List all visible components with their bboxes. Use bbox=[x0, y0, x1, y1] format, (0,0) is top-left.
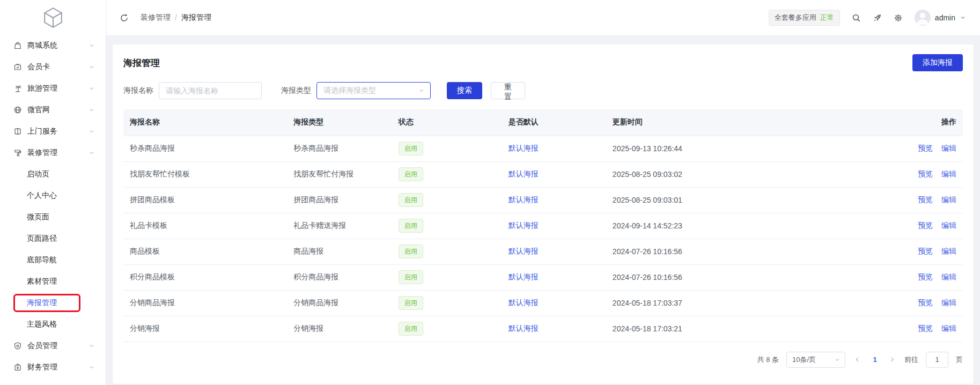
sidebar-subitem-material[interactable]: 素材管理 bbox=[0, 271, 106, 292]
status-badge: 启用 bbox=[399, 142, 423, 156]
default-poster-link[interactable]: 默认海报 bbox=[509, 195, 539, 204]
refresh-icon[interactable] bbox=[120, 13, 129, 23]
sidebar-subitem-personal-center[interactable]: 个人中心 bbox=[0, 185, 106, 206]
membership-card-icon bbox=[13, 63, 22, 71]
next-page-button[interactable] bbox=[888, 356, 897, 363]
sidebar-item-label: 会员卡 bbox=[27, 62, 89, 72]
sidebar-item-home-service[interactable]: 上门服务 bbox=[0, 121, 106, 142]
status-badge: 启用 bbox=[399, 167, 423, 181]
goto-page-input[interactable] bbox=[926, 352, 948, 368]
default-poster-link[interactable]: 默认海报 bbox=[509, 324, 539, 332]
poster-type-select[interactable]: 请选择海报类型 bbox=[316, 82, 431, 99]
goto-suffix: 页 bbox=[956, 355, 963, 365]
edit-link[interactable]: 编辑 bbox=[941, 247, 956, 255]
cell-poster-name: 分销海报 bbox=[123, 316, 287, 342]
app-logo[interactable] bbox=[0, 0, 106, 35]
cell-default: 默认海报 bbox=[502, 239, 606, 264]
cell-status: 启用 bbox=[392, 187, 502, 213]
sidebar-subitem-start-page[interactable]: 启动页 bbox=[0, 164, 106, 185]
sidebar-item-member-mgmt[interactable]: 会员管理 bbox=[0, 335, 106, 357]
sidebar-subitem-theme[interactable]: 主题风格 bbox=[0, 314, 106, 335]
edit-link[interactable]: 编辑 bbox=[941, 298, 956, 307]
sidebar-item-travel[interactable]: 旅游管理 bbox=[0, 78, 106, 99]
edit-link[interactable]: 编辑 bbox=[941, 169, 956, 178]
cell-actions: 预览编辑 bbox=[841, 239, 963, 264]
preview-link[interactable]: 预览 bbox=[918, 144, 933, 152]
sidebar-subitem-micro-page[interactable]: 微页面 bbox=[0, 206, 106, 228]
status-badge: 启用 bbox=[399, 296, 423, 310]
preview-link[interactable]: 预览 bbox=[918, 247, 933, 255]
main-area: 装修管理 / 海报管理 全套餐多应用 正常 bbox=[106, 0, 980, 385]
cell-poster-type: 礼品卡赠送海报 bbox=[287, 213, 392, 239]
sidebar-item-label: 上门服务 bbox=[27, 127, 89, 136]
default-poster-link[interactable]: 默认海报 bbox=[509, 247, 539, 255]
sidebar-subitem-bottom-nav[interactable]: 底部导航 bbox=[0, 249, 106, 271]
preview-link[interactable]: 预览 bbox=[918, 221, 933, 229]
avatar bbox=[915, 10, 931, 26]
preview-link[interactable]: 预览 bbox=[918, 324, 933, 332]
prev-page-button[interactable] bbox=[853, 356, 862, 363]
sidebar-item-decoration[interactable]: 装修管理 bbox=[0, 142, 106, 164]
rocket-icon[interactable] bbox=[873, 13, 882, 23]
col-poster-type: 海报类型 bbox=[287, 109, 392, 136]
default-poster-link[interactable]: 默认海报 bbox=[509, 169, 539, 178]
sidebar-subitem-poster[interactable]: 海报管理 bbox=[0, 292, 106, 314]
page-size-select[interactable]: 10条/页 bbox=[786, 352, 845, 368]
sidebar-item-micro-site[interactable]: 微官网 bbox=[0, 99, 106, 121]
goto-label: 前往 bbox=[904, 355, 918, 365]
default-poster-link[interactable]: 默认海报 bbox=[509, 221, 539, 229]
table-row: 找朋友帮忙付模板 找朋友帮忙付海报 启用 默认海报 2025-08-25 09:… bbox=[123, 161, 963, 187]
default-poster-link[interactable]: 默认海报 bbox=[509, 272, 539, 281]
edit-link[interactable]: 编辑 bbox=[941, 195, 956, 204]
page-title: 海报管理 bbox=[123, 57, 160, 69]
edit-link[interactable]: 编辑 bbox=[941, 324, 956, 332]
cell-poster-name: 找朋友帮忙付模板 bbox=[123, 161, 287, 187]
cell-poster-type: 商品海报 bbox=[287, 239, 392, 264]
cell-status: 启用 bbox=[392, 213, 502, 239]
default-poster-link[interactable]: 默认海报 bbox=[509, 144, 539, 152]
gear-icon[interactable] bbox=[894, 13, 903, 23]
sidebar-item-membership-card[interactable]: 会员卡 bbox=[0, 56, 106, 78]
decoration-submenu: 启动页 个人中心 微页面 页面路径 底部导航 素材管理 海报管理 主题风格 bbox=[0, 164, 106, 335]
breadcrumb-parent[interactable]: 装修管理 bbox=[141, 13, 171, 23]
edit-link[interactable]: 编辑 bbox=[941, 144, 956, 152]
sidebar-item-finance-mgmt[interactable]: 财务管理 bbox=[0, 357, 106, 378]
preview-link[interactable]: 预览 bbox=[918, 169, 933, 178]
card-header: 海报管理 添加海报 bbox=[123, 54, 963, 71]
status-badge: 启用 bbox=[399, 322, 423, 336]
cell-actions: 预览编辑 bbox=[841, 187, 963, 213]
breadcrumb: 装修管理 / 海报管理 bbox=[141, 13, 211, 23]
edit-link[interactable]: 编辑 bbox=[941, 272, 956, 281]
sidebar-item-mall-system[interactable]: 商城系统 bbox=[0, 35, 106, 56]
filter-bar: 海报名称 海报类型 请选择海报类型 搜索 重置 bbox=[123, 82, 963, 99]
user-menu[interactable]: admin bbox=[915, 10, 966, 26]
preview-link[interactable]: 预览 bbox=[918, 272, 933, 281]
chevron-down-icon bbox=[89, 64, 95, 70]
default-poster-link[interactable]: 默认海报 bbox=[509, 298, 539, 307]
sidebar-item-label: 商城系统 bbox=[27, 41, 89, 50]
reset-button[interactable]: 重置 bbox=[491, 82, 525, 99]
search-icon[interactable] bbox=[852, 13, 861, 23]
poster-name-input[interactable] bbox=[159, 82, 262, 99]
search-button[interactable]: 搜索 bbox=[447, 82, 482, 99]
table-header-row: 海报名称 海报类型 状态 是否默认 更新时间 操作 bbox=[123, 109, 963, 136]
preview-link[interactable]: 预览 bbox=[918, 195, 933, 204]
topbar-right: 全套餐多应用 正常 admin bbox=[769, 10, 966, 26]
cell-default: 默认海报 bbox=[502, 264, 606, 290]
chevron-down-icon bbox=[89, 42, 95, 49]
member-icon bbox=[13, 342, 22, 350]
decoration-icon bbox=[13, 149, 22, 157]
current-page[interactable]: 1 bbox=[870, 356, 880, 364]
breadcrumb-separator: / bbox=[175, 13, 177, 22]
submenu-label: 海报管理 bbox=[27, 298, 57, 308]
cell-status: 启用 bbox=[392, 136, 502, 161]
cell-default: 默认海报 bbox=[502, 136, 606, 161]
col-updated: 更新时间 bbox=[606, 109, 841, 136]
preview-link[interactable]: 预览 bbox=[918, 298, 933, 307]
submenu-label: 启动页 bbox=[27, 169, 49, 179]
sidebar-subitem-page-path[interactable]: 页面路径 bbox=[0, 228, 106, 249]
add-poster-button[interactable]: 添加海报 bbox=[912, 54, 963, 71]
edit-link[interactable]: 编辑 bbox=[941, 221, 956, 229]
sidebar-item-label: 微官网 bbox=[27, 105, 89, 115]
table-row: 积分商品模板 积分商品海报 启用 默认海报 2024-07-26 10:16:5… bbox=[123, 264, 963, 290]
